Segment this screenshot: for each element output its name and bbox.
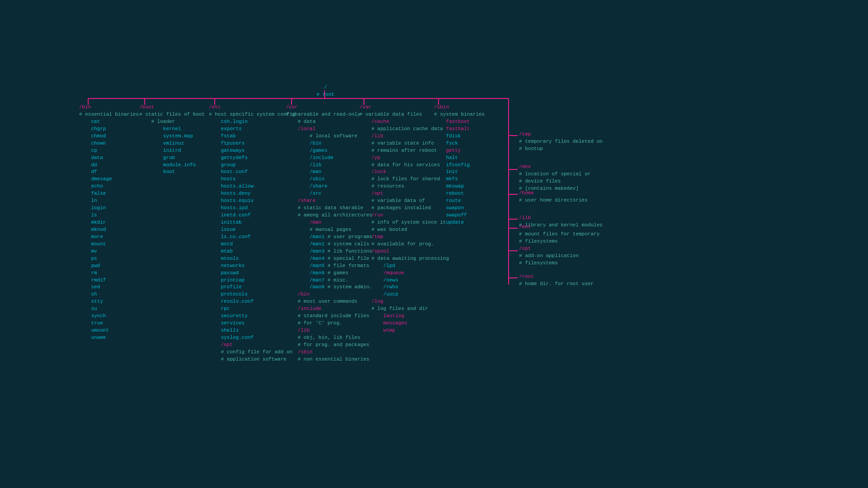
dev-branch: /dev # location of special or # device f…: [519, 164, 590, 192]
bin-header: /bin: [79, 104, 91, 110]
home-branch: /home # user home directories: [519, 190, 588, 204]
boot-column: /boot # static files of boot # loader ke…: [139, 104, 205, 176]
etc-column: /etc # host specific system config csh.l…: [209, 104, 295, 363]
sbin-column: /sbin # system binaries fastboot fasthal…: [434, 104, 485, 226]
root-branch: /root # home dir. for root user: [519, 273, 594, 288]
root-slash: /: [316, 84, 335, 91]
mnt-branch: /mnt # mount files for temporary # files…: [519, 224, 599, 245]
tmp-branch: /tmp # temporary files deleted on # boot…: [519, 131, 603, 153]
root-node: / # root: [316, 84, 335, 99]
opt-branch: /opt # add-on application # filesystems: [519, 245, 579, 267]
root-label: # root: [316, 91, 335, 99]
bin-column: /bin # essential binaries cat chgrp chmo…: [79, 104, 139, 342]
filesystem-tree: / # root /bin # essential binaries cat c…: [0, 0, 868, 488]
